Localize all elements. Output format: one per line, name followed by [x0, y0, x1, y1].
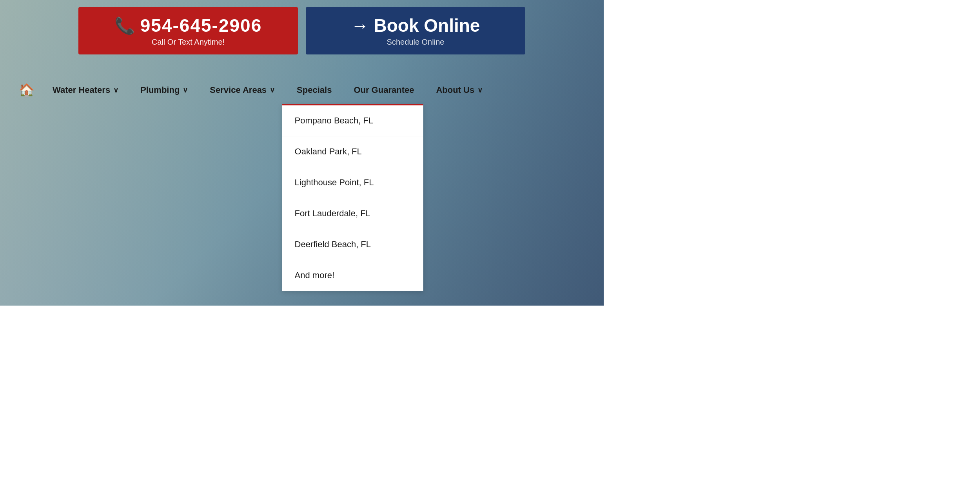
home-nav-item[interactable]: 🏠 — [12, 76, 42, 104]
nav-water-heaters[interactable]: Water Heaters ∨ — [42, 79, 129, 101]
arrow-icon: → — [351, 15, 369, 36]
nav-our-guarantee-label: Our Guarantee — [354, 85, 414, 95]
nav-about-us[interactable]: About Us ∨ — [425, 79, 494, 101]
phone-button[interactable]: 📞 954-645-2906 Call Or Text Anytime! — [78, 7, 298, 54]
home-icon: 🏠 — [19, 83, 34, 97]
chevron-down-icon: ∨ — [477, 86, 483, 94]
dropdown-item-fort-lauderdale[interactable]: Fort Lauderdale, FL — [282, 198, 423, 229]
book-label: Book Online — [374, 15, 480, 36]
nav-about-us-label: About Us — [436, 85, 474, 95]
phone-icon: 📞 — [114, 16, 136, 35]
navbar: 🏠 Water Heaters ∨ Plumbing ∨ Service Are… — [0, 76, 604, 104]
nav-specials-label: Specials — [297, 85, 332, 95]
chevron-down-icon: ∨ — [183, 86, 188, 94]
hero-background: 📞 954-645-2906 Call Or Text Anytime! → B… — [0, 0, 604, 306]
book-online-button[interactable]: → Book Online Schedule Online — [306, 7, 525, 54]
dropdown-item-oakland[interactable]: Oakland Park, FL — [282, 136, 423, 167]
dropdown-item-lighthouse[interactable]: Lighthouse Point, FL — [282, 167, 423, 198]
nav-service-areas[interactable]: Service Areas ∨ — [199, 79, 286, 101]
dropdown-item-pompano[interactable]: Pompano Beach, FL — [282, 105, 423, 136]
dropdown-item-and-more[interactable]: And more! — [282, 260, 423, 291]
nav-water-heaters-label: Water Heaters — [53, 85, 110, 95]
nav-our-guarantee[interactable]: Our Guarantee — [343, 79, 425, 101]
book-subtext: Schedule Online — [387, 38, 445, 47]
chevron-down-icon: ∨ — [113, 86, 118, 94]
nav-plumbing[interactable]: Plumbing ∨ — [129, 79, 199, 101]
dropdown-item-deerfield[interactable]: Deerfield Beach, FL — [282, 229, 423, 260]
nav-service-areas-label: Service Areas — [210, 85, 267, 95]
header-top: 📞 954-645-2906 Call Or Text Anytime! → B… — [0, 0, 604, 62]
nav-plumbing-label: Plumbing — [140, 85, 180, 95]
phone-subtext: Call Or Text Anytime! — [152, 38, 225, 47]
chevron-down-icon: ∨ — [270, 86, 275, 94]
phone-number: 954-645-2906 — [140, 15, 262, 36]
service-areas-dropdown: Pompano Beach, FL Oakland Park, FL Light… — [282, 104, 423, 291]
nav-specials[interactable]: Specials — [286, 79, 343, 101]
